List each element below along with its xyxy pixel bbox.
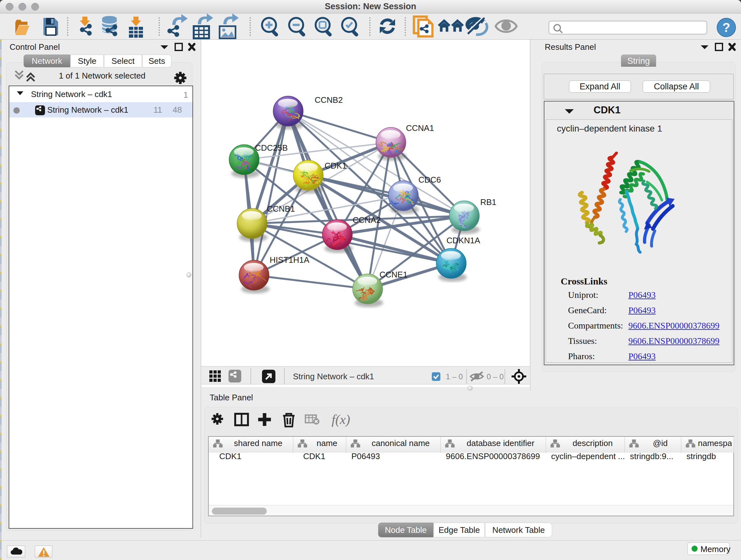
svg-text:CCNB1: CCNB1 [267,204,295,213]
svg-text:CCNA1: CCNA1 [406,123,434,133]
svg-text:CCNE1: CCNE1 [380,270,408,279]
svg-text:CCNB2: CCNB2 [315,95,343,105]
svg-text:CDC25B: CDC25B [255,143,288,152]
svg-text:1 – 0: 1 – 0 [446,372,463,381]
svg-text:CDK1: CDK1 [325,161,347,171]
svg-text:?: ? [723,20,730,35]
svg-text:1 of 1 Network selected: 1 of 1 Network selected [59,71,145,80]
svg-text:RB1: RB1 [480,197,496,207]
svg-text:f(x): f(x) [332,412,350,427]
svg-text:CCNA2: CCNA2 [353,215,381,225]
svg-text:CDC6: CDC6 [418,175,441,185]
svg-text:CDKN1A: CDKN1A [447,236,480,245]
svg-text:0 – 0: 0 – 0 [487,372,503,381]
svg-text:HIST1H1A: HIST1H1A [270,255,310,265]
